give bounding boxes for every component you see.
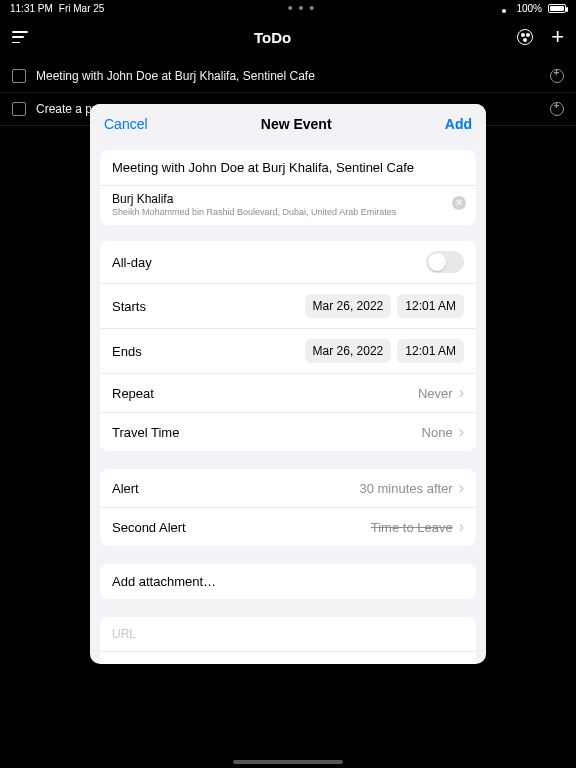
second-alert-value: Time to Leave xyxy=(371,520,453,535)
palette-icon[interactable] xyxy=(517,29,533,45)
chevron-right-icon: › xyxy=(459,518,464,536)
battery-percent: 100% xyxy=(516,3,542,14)
repeat-value: Never xyxy=(418,386,453,401)
checkbox-icon[interactable] xyxy=(12,69,26,83)
chevron-right-icon: › xyxy=(459,423,464,441)
home-indicator[interactable] xyxy=(233,760,343,764)
ends-label: Ends xyxy=(112,344,142,359)
notes-placeholder: Notes xyxy=(112,662,143,664)
add-attachment-row[interactable]: Add attachment… xyxy=(100,564,476,599)
second-alert-label: Second Alert xyxy=(112,520,186,535)
new-event-modal: Cancel New Event Add Meeting with John D… xyxy=(90,104,486,664)
cancel-button[interactable]: Cancel xyxy=(104,116,148,132)
add-attachment-label: Add attachment… xyxy=(112,574,216,589)
status-bar: 11:31 PM Fri Mar 25 • • • 100% xyxy=(0,0,576,16)
time-section: All-day Starts Mar 26, 2022 12:01 AM End… xyxy=(100,241,476,451)
all-day-label: All-day xyxy=(112,255,152,270)
travel-time-label: Travel Time xyxy=(112,425,179,440)
url-placeholder: URL xyxy=(112,627,136,641)
travel-time-value: None xyxy=(422,425,453,440)
alert-value: 30 minutes after xyxy=(359,481,452,496)
repeat-row[interactable]: Repeat Never › xyxy=(100,374,476,413)
ends-time-pill[interactable]: 12:01 AM xyxy=(397,339,464,363)
app-title: ToDo xyxy=(254,29,291,46)
status-time: 11:31 PM xyxy=(10,3,53,14)
starts-row: Starts Mar 26, 2022 12:01 AM xyxy=(100,284,476,329)
attachment-section: Add attachment… xyxy=(100,564,476,599)
wifi-icon xyxy=(498,4,510,13)
alert-label: Alert xyxy=(112,481,139,496)
modal-title: New Event xyxy=(261,116,332,132)
url-notes-section: URL Notes xyxy=(100,617,476,664)
chevron-right-icon: › xyxy=(459,479,464,497)
battery-icon xyxy=(548,4,566,13)
alarm-icon[interactable] xyxy=(550,69,564,83)
alert-section: Alert 30 minutes after › Second Alert Ti… xyxy=(100,469,476,546)
multitask-dots: • • • xyxy=(288,0,315,16)
alert-row[interactable]: Alert 30 minutes after › xyxy=(100,469,476,508)
menu-icon[interactable] xyxy=(12,31,28,43)
all-day-toggle[interactable] xyxy=(426,251,464,273)
ends-row: Ends Mar 26, 2022 12:01 AM xyxy=(100,329,476,374)
title-location-section: Meeting with John Doe at Burj Khalifa, S… xyxy=(100,150,476,225)
repeat-label: Repeat xyxy=(112,386,154,401)
add-icon[interactable]: + xyxy=(551,26,564,48)
location-detail: Sheikh Mohammed bin Rashid Boulevard, Du… xyxy=(112,207,464,217)
alarm-icon[interactable] xyxy=(550,102,564,116)
todo-item[interactable]: Meeting with John Doe at Burj Khalifa, S… xyxy=(0,60,576,93)
starts-label: Starts xyxy=(112,299,146,314)
app-header: ToDo + xyxy=(0,20,576,54)
location-name: Burj Khalifa xyxy=(112,192,464,206)
url-row[interactable]: URL xyxy=(100,617,476,652)
checkbox-icon[interactable] xyxy=(12,102,26,116)
starts-time-pill[interactable]: 12:01 AM xyxy=(397,294,464,318)
all-day-row: All-day xyxy=(100,241,476,284)
todo-label: Meeting with John Doe at Burj Khalifa, S… xyxy=(36,69,315,83)
second-alert-row[interactable]: Second Alert Time to Leave › xyxy=(100,508,476,546)
travel-time-row[interactable]: Travel Time None › xyxy=(100,413,476,451)
clear-location-icon[interactable]: ✕ xyxy=(452,196,466,210)
location-row[interactable]: Burj Khalifa Sheikh Mohammed bin Rashid … xyxy=(100,186,476,225)
status-date: Fri Mar 25 xyxy=(59,3,105,14)
modal-header: Cancel New Event Add xyxy=(90,104,486,144)
starts-date-pill[interactable]: Mar 26, 2022 xyxy=(305,294,392,318)
notes-row[interactable]: Notes xyxy=(100,652,476,664)
add-button[interactable]: Add xyxy=(445,116,472,132)
event-title-input[interactable]: Meeting with John Doe at Burj Khalifa, S… xyxy=(100,150,476,186)
chevron-right-icon: › xyxy=(459,384,464,402)
ends-date-pill[interactable]: Mar 26, 2022 xyxy=(305,339,392,363)
